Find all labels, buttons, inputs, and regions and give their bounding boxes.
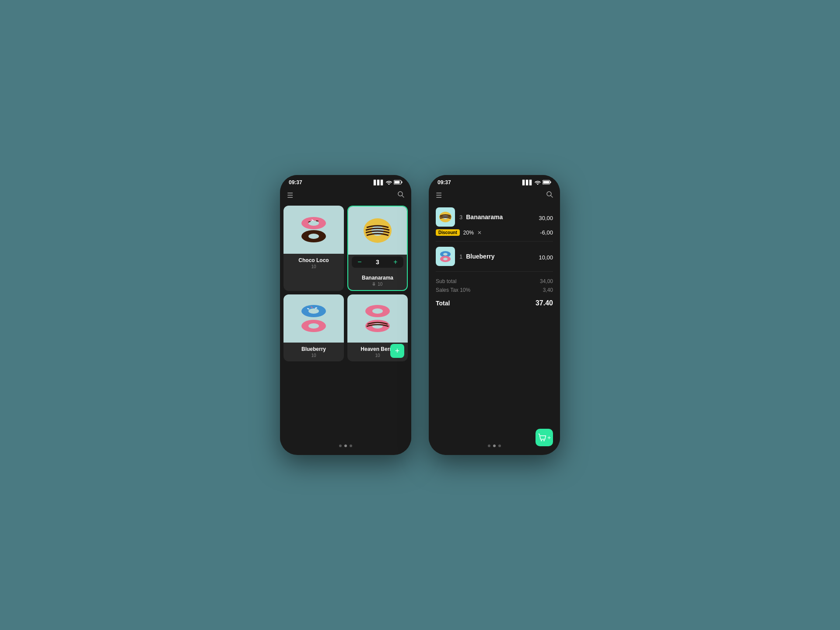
status-time-2: 09:37 bbox=[438, 179, 451, 186]
donut-banana bbox=[358, 211, 397, 250]
cart-item-blueberry: 1 Blueberry 10,00 bbox=[436, 242, 553, 272]
cart-totals: Sub total 34,00 Sales Tax 10% 3,40 Total… bbox=[429, 272, 560, 314]
pagination-dots-2 bbox=[488, 441, 501, 443]
product-image-blueberry bbox=[284, 294, 344, 343]
discount-close-btn[interactable]: ✕ bbox=[477, 230, 482, 236]
cart-item-bananarama: 3 Bananarama 30,00 Discount 20% ✕ -6,00 bbox=[436, 202, 553, 242]
svg-point-22 bbox=[372, 308, 383, 314]
cart-items-list: 3 Bananarama 30,00 Discount 20% ✕ -6,00 bbox=[429, 202, 560, 272]
cart-add-icon: + bbox=[547, 434, 551, 441]
svg-line-29 bbox=[551, 196, 553, 197]
product-card-blueberry[interactable]: Blueberry 10 bbox=[284, 294, 344, 361]
product-card-heaven-berry[interactable]: Heaven Berry 10 + bbox=[347, 294, 408, 361]
svg-point-15 bbox=[308, 308, 319, 314]
status-bar-1: 09:37 ▋▋▋ bbox=[280, 175, 411, 188]
search-icon-2[interactable] bbox=[546, 191, 553, 200]
cart-item-details-banana: 3 Bananarama bbox=[459, 214, 534, 220]
svg-rect-1 bbox=[395, 181, 400, 183]
old-price: 8 bbox=[373, 282, 375, 287]
svg-rect-2 bbox=[402, 181, 402, 183]
cart-item-header-blueberry: 1 Blueberry 10,00 bbox=[436, 247, 553, 266]
cart-thumb-banana bbox=[436, 207, 455, 227]
product-name-choco: Choco Loco bbox=[287, 257, 340, 263]
product-image-heaven bbox=[347, 294, 408, 343]
donut-heaven bbox=[358, 299, 397, 338]
product-price-blueberry: 10 bbox=[287, 353, 340, 358]
status-icons-1: ▋▋▋ bbox=[374, 180, 402, 186]
product-name-blueberry: Blueberry bbox=[287, 346, 340, 352]
subtotal-value: 34,00 bbox=[540, 278, 553, 284]
donut-choco bbox=[294, 210, 333, 249]
product-price-choco: 10 bbox=[287, 264, 340, 269]
pagination-dots-1 bbox=[339, 441, 352, 443]
qty-selector-bananarama: − 3 + bbox=[352, 256, 403, 268]
cart-qty-blueberry: 1 bbox=[459, 253, 462, 260]
cart-name-row-banana: 3 Bananarama bbox=[459, 214, 534, 220]
battery-icon bbox=[394, 180, 402, 186]
screen-content-2: 3 Bananarama 30,00 Discount 20% ✕ -6,00 bbox=[429, 202, 560, 443]
search-icon[interactable] bbox=[397, 191, 404, 200]
subtotal-row: Sub total 34,00 bbox=[436, 277, 553, 286]
cart-qty-banana: 3 bbox=[459, 214, 462, 220]
signal-icon: ▋▋▋ bbox=[374, 180, 384, 186]
qty-value: 3 bbox=[376, 259, 379, 266]
phone-2: 09:37 ▋▋▋ ☰ bbox=[429, 175, 560, 455]
product-name-banana: Bananarama bbox=[352, 275, 403, 281]
cart-price-banana: 30,00 bbox=[539, 215, 553, 221]
svg-rect-27 bbox=[550, 181, 551, 183]
new-price: 10 bbox=[378, 282, 382, 287]
discount-amount: -6,00 bbox=[540, 229, 553, 236]
product-card-choco-loco[interactable]: Choco Loco 10 bbox=[284, 206, 344, 291]
tax-label: Sales Tax 10% bbox=[436, 287, 470, 293]
battery-icon-2 bbox=[542, 180, 551, 186]
product-info-choco: Choco Loco 10 bbox=[284, 254, 344, 273]
discount-row-banana: Discount 20% ✕ -6,00 bbox=[436, 229, 553, 236]
subtotal-label: Sub total bbox=[436, 278, 456, 284]
discount-badge: Discount bbox=[436, 229, 460, 236]
wifi-icon bbox=[386, 180, 392, 186]
svg-point-35 bbox=[443, 258, 448, 260]
svg-line-4 bbox=[402, 196, 404, 197]
product-grid: Choco Loco 10 bbox=[280, 202, 411, 365]
wifi-icon-2 bbox=[535, 180, 541, 186]
menu-icon-2[interactable]: ☰ bbox=[436, 191, 442, 200]
cart-item-details-blueberry: 1 Blueberry bbox=[459, 253, 534, 260]
qty-decrease-btn[interactable]: − bbox=[355, 258, 364, 266]
status-icons-2: ▋▋▋ bbox=[522, 180, 551, 186]
svg-point-33 bbox=[443, 253, 448, 256]
tax-row: Sales Tax 10% 3,40 bbox=[436, 286, 553, 294]
svg-point-8 bbox=[308, 234, 319, 239]
svg-point-20 bbox=[308, 323, 319, 329]
status-time-1: 09:37 bbox=[289, 179, 302, 186]
cart-price-blueberry: 10,00 bbox=[539, 254, 553, 261]
status-bar-2: 09:37 ▋▋▋ bbox=[429, 175, 560, 188]
grand-total-value: 37.40 bbox=[536, 299, 553, 307]
product-card-bananarama[interactable]: − 3 + Bananarama 8 10 bbox=[347, 206, 408, 291]
product-info-blueberry: Blueberry 10 bbox=[284, 343, 344, 361]
cart-thumb-blueberry bbox=[436, 247, 455, 266]
discount-pct: 20% bbox=[463, 230, 474, 236]
signal-icon-2: ▋▋▋ bbox=[522, 180, 533, 186]
product-image-banana bbox=[348, 206, 407, 255]
cart-name-blueberry: Blueberry bbox=[466, 253, 494, 260]
menu-icon[interactable]: ☰ bbox=[287, 191, 293, 200]
product-image-choco bbox=[284, 206, 344, 254]
svg-point-37 bbox=[543, 440, 545, 441]
nav-bar-1: ☰ bbox=[280, 188, 411, 202]
cart-donut-banana bbox=[438, 209, 453, 225]
svg-rect-26 bbox=[543, 181, 550, 183]
qty-increase-btn[interactable]: + bbox=[391, 258, 400, 266]
nav-bar-2: ☰ bbox=[429, 188, 560, 202]
product-price-banana: 8 10 bbox=[352, 282, 403, 287]
grand-total-label: Total bbox=[436, 300, 450, 307]
add-heaven-btn[interactable]: + bbox=[390, 344, 404, 358]
svg-point-36 bbox=[541, 440, 542, 441]
cart-name-banana: Bananarama bbox=[466, 214, 503, 220]
donut-blueberry bbox=[294, 299, 333, 338]
screen-content-1: Choco Loco 10 bbox=[280, 202, 411, 443]
tax-value: 3,40 bbox=[543, 287, 553, 293]
grand-total-row: Total 37.40 bbox=[436, 298, 553, 308]
phone-1: 09:37 ▋▋▋ ☰ bbox=[280, 175, 411, 455]
cart-add-button[interactable]: + bbox=[536, 429, 553, 446]
cart-name-row-blueberry: 1 Blueberry bbox=[459, 253, 534, 260]
